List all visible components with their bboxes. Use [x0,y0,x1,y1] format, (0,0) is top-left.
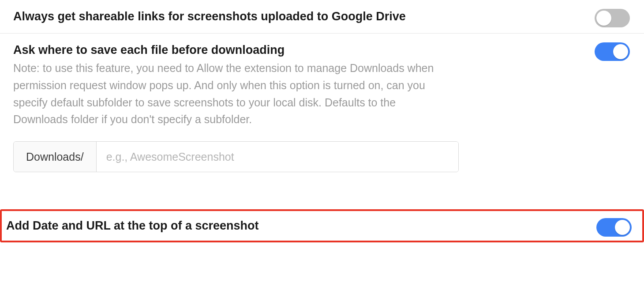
toggle-cell [595,34,644,61]
toggle-shareable-links[interactable] [595,9,630,27]
setting-row-shareable-links: Always get shareable links for screensho… [0,0,644,33]
setting-title-shareable-links: Always get shareable links for screensho… [13,9,595,24]
toggle-cell [596,211,642,237]
setting-title-ask-where-save: Ask where to save each file before downl… [13,42,595,58]
toggle-ask-where-save[interactable] [595,42,630,61]
setting-row-add-date-url: Add Date and URL at the top of a screens… [0,209,644,242]
download-path-field: Downloads/ [13,141,459,172]
toggle-knob [596,11,611,26]
toggle-knob [613,44,628,59]
download-subfolder-input[interactable] [97,142,458,172]
setting-content: Ask where to save each file before downl… [0,34,595,186]
download-path-prefix: Downloads/ [14,142,97,172]
toggle-cell [595,0,644,27]
setting-content: Always get shareable links for screensho… [0,0,595,33]
toggle-add-date-url[interactable] [596,218,632,237]
toggle-knob [615,220,630,235]
setting-content: Add Date and URL at the top of a screens… [2,211,596,241]
setting-title-add-date-url: Add Date and URL at the top of a screens… [6,218,596,234]
setting-desc-ask-where-save: Note: to use this feature, you need to A… [13,60,437,128]
setting-row-ask-where-save: Ask where to save each file before downl… [0,33,644,199]
